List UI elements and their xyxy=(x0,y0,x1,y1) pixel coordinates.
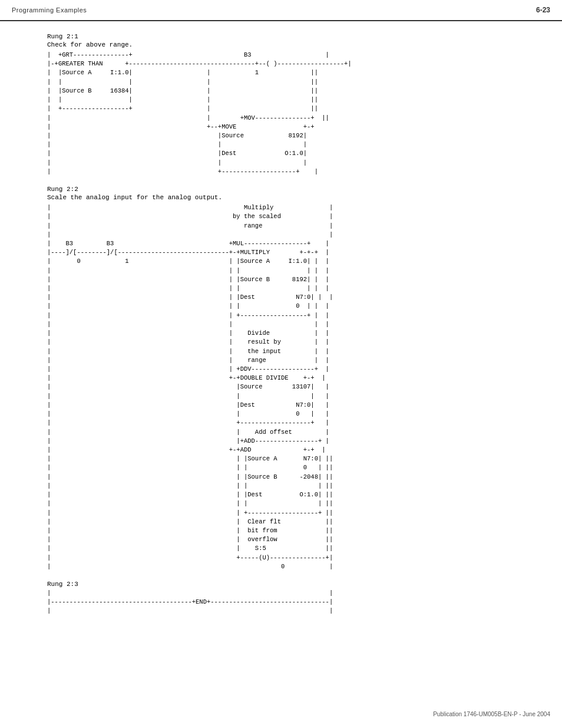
rung-2-1-desc: Check for above range. xyxy=(47,41,515,48)
header-section: Programming Examples xyxy=(12,6,87,14)
footer: Publication 1746-UM005B-EN-P - June 2004 xyxy=(433,711,550,717)
rung-2-2: Rung 2:2 Scale the analog input for the … xyxy=(47,186,515,571)
rung-2-3: Rung 2:3 | | |--------------------------… xyxy=(47,581,515,616)
rung-2-1: Rung 2:1 Check for above range. | +GRT--… xyxy=(47,33,515,176)
rung-2-2-code: | Multiply | | by the scaled | | xyxy=(47,203,515,571)
rung-2-3-title: Rung 2:3 xyxy=(47,581,515,588)
header-page: 6-23 xyxy=(536,6,550,14)
rung-2-2-desc: Scale the analog input for the analog ou… xyxy=(47,194,515,201)
rung-2-1-title: Rung 2:1 xyxy=(47,33,515,40)
rung-2-3-code: | | |-----------------------------------… xyxy=(47,589,515,616)
header: Programming Examples 6-23 xyxy=(0,0,562,21)
rung-2-2-title: Rung 2:2 xyxy=(47,186,515,193)
page: Programming Examples 6-23 Rung 2:1 Check… xyxy=(0,0,562,728)
rung-2-1-code: | +GRT---------------+ B3 | |-+GREATER T… xyxy=(47,51,515,176)
main-content: Rung 2:1 Check for above range. | +GRT--… xyxy=(0,21,562,649)
